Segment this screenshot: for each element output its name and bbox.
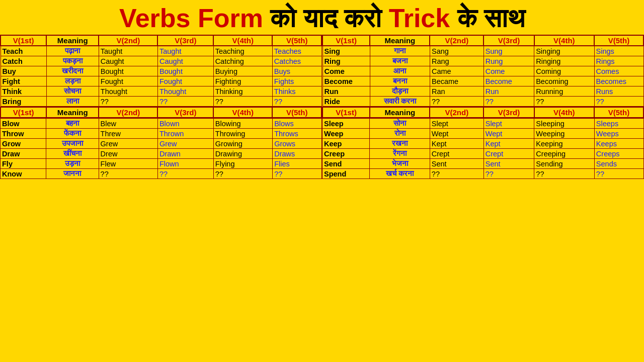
cell-v2: Ran: [430, 86, 484, 97]
cell-v3: Wept: [484, 129, 534, 139]
title-hindi-1: को याद करो: [263, 4, 389, 33]
cell-v3: Sent: [484, 159, 534, 169]
cell-v3: Thrown: [157, 129, 213, 139]
table-row: GrowउपजानाGrewGrewGrowingGrows: [1, 139, 322, 149]
cell-v2: ??: [430, 169, 484, 179]
table-row: SendभेजनाSentSentSendingSends: [323, 159, 644, 169]
col-v1st-right-top: V(1st): [323, 35, 370, 46]
cell-v4: Sending: [534, 159, 594, 169]
bottom-tables: BlowबहनाBlewBlownBlowingBlowsThrowफेंकना…: [0, 118, 644, 179]
table-row: Bringलाना????????: [1, 97, 321, 107]
middle-header: V(1st) Meaning V(2nd) V(3rd) V(4th) V(5t…: [0, 107, 644, 118]
cell-v2: Caught: [99, 56, 157, 66]
mid-col-v5th-right: V(5th): [594, 107, 643, 118]
cell-v5: Keeps: [594, 139, 643, 149]
table-row: Knowजानना????????: [1, 169, 322, 179]
cell-v3: Rung: [484, 56, 534, 66]
cell-v3: ??: [157, 169, 213, 179]
mid-col-v1st-right: V(1st): [323, 107, 370, 118]
cell-v5: Becomes: [594, 76, 643, 86]
cell-v5: Throws: [273, 129, 322, 139]
table-row: BuyखरीदनाBoughtBoughtBuyingBuys: [1, 66, 321, 76]
cell-v4: Flying: [213, 159, 272, 169]
cell-v1: Sing: [323, 46, 370, 56]
cell-v5: ??: [273, 169, 322, 179]
col-v5th-right-top: V(5th): [594, 35, 643, 46]
cell-meaning: आना: [370, 66, 430, 76]
cell-v4: ??: [534, 97, 594, 107]
cell-v5: Blows: [273, 119, 322, 129]
left-bottom-table: BlowबहनाBlewBlownBlowingBlowsThrowफेंकना…: [0, 118, 322, 179]
cell-v4: Coming: [534, 66, 594, 76]
cell-v3: Taught: [157, 46, 213, 56]
cell-meaning: खरीदना: [46, 66, 99, 76]
cell-meaning: भेजना: [370, 159, 430, 169]
cell-v5: Creeps: [594, 149, 643, 159]
col-v5th-left-top: V(5th): [272, 35, 321, 46]
col-v4th-right-top: V(4th): [534, 35, 594, 46]
cell-v2: Came: [430, 66, 484, 76]
cell-v3: Thought: [157, 86, 213, 97]
mid-col-v4th-right: V(4th): [534, 107, 594, 118]
table-row: Flyउड़नाFlewFlownFlyingFlies: [1, 159, 322, 169]
left-top-table: V(1st) Meaning V(2nd) V(3rd) V(4th) V(5t…: [0, 35, 322, 107]
cell-meaning: सवारी करना: [370, 97, 430, 107]
cell-v4: Blowing: [213, 119, 272, 129]
cell-v3: Crept: [484, 149, 534, 159]
cell-v3: Blown: [157, 119, 213, 129]
table-row: KeepरखनाKeptKeptKeepingKeeps: [323, 139, 644, 149]
cell-v2: Kept: [430, 139, 484, 149]
cell-v4: ??: [534, 169, 594, 179]
cell-v5: Teaches: [272, 46, 321, 56]
col-v4th-left-top: V(4th): [213, 35, 272, 46]
table-row: BecomeबननाBecameBecomeBecomingBecomes: [323, 76, 643, 86]
cell-v3: Bought: [157, 66, 213, 76]
cell-v4: Buying: [213, 66, 272, 76]
mid-col-meaning-right: Meaning: [370, 107, 430, 118]
header-row-right-top: V(1st) Meaning V(2nd) V(3rd) V(4th) V(5t…: [323, 35, 643, 46]
table-row: ThrowफेंकनाThrewThrownThrowingThrows: [1, 129, 322, 139]
mid-col-v5th-left: V(5th): [272, 107, 321, 118]
col-v3rd-left-top: V(3rd): [157, 35, 213, 46]
mid-col-meaning-left: Meaning: [46, 107, 99, 118]
cell-v2: ??: [430, 97, 484, 107]
cell-meaning: जानना: [46, 169, 99, 179]
cell-v2: Wept: [430, 129, 484, 139]
table-row: ComeआनाCameComeComingComes: [323, 66, 643, 76]
cell-v4: Creeping: [534, 149, 594, 159]
cell-v1: Weep: [323, 129, 370, 139]
cell-v4: Weeping: [534, 129, 594, 139]
cell-v4: Sleeping: [534, 119, 594, 129]
cell-meaning: बहना: [46, 119, 99, 129]
cell-meaning: दौड़ना: [370, 86, 430, 97]
cell-v5: Thinks: [272, 86, 321, 97]
table-row: Rideसवारी करना????????: [323, 97, 643, 107]
cell-v4: Throwing: [213, 129, 272, 139]
cell-v4: Keeping: [534, 139, 594, 149]
cell-v4: Singing: [534, 46, 594, 56]
cell-v5: Comes: [594, 66, 643, 76]
cell-meaning: रेंगना: [370, 149, 430, 159]
cell-v2: Drew: [99, 149, 157, 159]
table-row: Teachपढ़ानाTaughtTaughtTeachingTeaches: [1, 46, 321, 56]
table-row: RingबजनाRangRungRingingRings: [323, 56, 643, 66]
cell-v1: Come: [323, 66, 370, 76]
col-v3rd-right-top: V(3rd): [484, 35, 534, 46]
table-row: CreepरेंगनाCreptCreptCreepingCreeps: [323, 149, 644, 159]
cell-v1: Draw: [1, 149, 46, 159]
mid-header-row-right: V(1st) Meaning V(2nd) V(3rd) V(4th) V(5t…: [323, 107, 643, 118]
cell-v5: Sings: [594, 46, 643, 56]
cell-v3: Kept: [484, 139, 534, 149]
cell-v1: Keep: [323, 139, 370, 149]
cell-v1: Fly: [1, 159, 46, 169]
cell-v3: Flown: [157, 159, 213, 169]
cell-v4: Teaching: [213, 46, 272, 56]
cell-v5: Fights: [272, 76, 321, 86]
cell-v3: ??: [484, 169, 534, 179]
cell-v1: Grow: [1, 139, 46, 149]
cell-meaning: लाना: [46, 97, 99, 107]
cell-v3: Come: [484, 66, 534, 76]
cell-v4: Becoming: [534, 76, 594, 86]
cell-v3: ??: [157, 97, 213, 107]
cell-meaning: सोचना: [46, 86, 99, 97]
